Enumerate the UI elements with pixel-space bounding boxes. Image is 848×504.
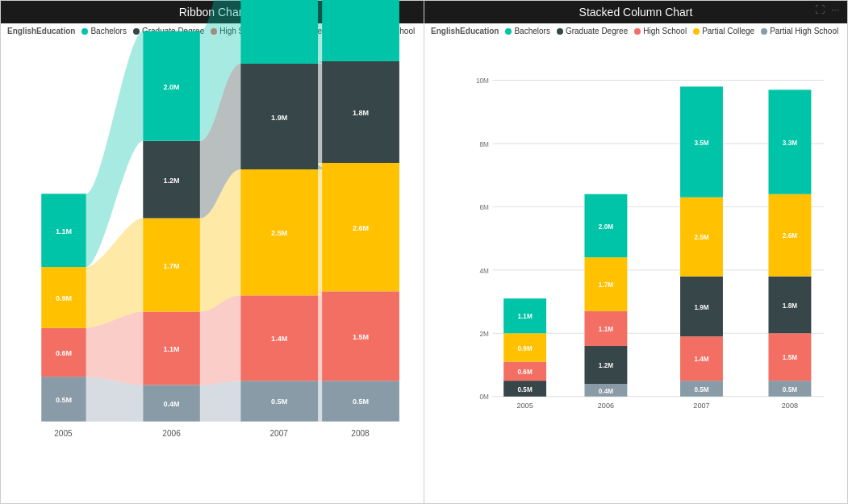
- svg-text:0.9M: 0.9M: [518, 345, 533, 352]
- stacked-bachelors-dot: [505, 28, 512, 35]
- svg-text:2005: 2005: [516, 402, 533, 410]
- svg-text:2.0M: 2.0M: [599, 223, 613, 231]
- svg-text:0.4M: 0.4M: [164, 400, 180, 408]
- svg-text:2.0M: 2.0M: [164, 83, 180, 91]
- ribbon-chart-panel: Ribbon Chart EnglishEducation Bachelors …: [0, 0, 424, 504]
- stacked-chart-area: 0M2M4M6M8M10M0.5M0.6M0.9M1.1M20050.4M1.2…: [424, 39, 847, 503]
- svg-text:1.1M: 1.1M: [164, 345, 180, 353]
- stacked-legend-highschool: High School: [634, 27, 687, 35]
- ribbon-legend-bachelors: Bachelors: [81, 27, 126, 35]
- svg-text:8M: 8M: [480, 141, 490, 148]
- svg-text:1.5M: 1.5M: [353, 333, 369, 341]
- svg-text:4M: 4M: [480, 268, 490, 275]
- svg-text:1.9M: 1.9M: [694, 304, 708, 311]
- svg-text:6M: 6M: [480, 204, 490, 211]
- svg-text:3.5M: 3.5M: [694, 140, 708, 147]
- svg-text:1.1M: 1.1M: [56, 227, 72, 235]
- ribbon-legend-bachelors-label: Bachelors: [90, 27, 126, 35]
- svg-text:2006: 2006: [598, 402, 614, 410]
- stacked-partialhighschool-dot: [761, 28, 767, 35]
- svg-text:1.7M: 1.7M: [599, 281, 613, 289]
- svg-text:1.9M: 1.9M: [271, 114, 287, 122]
- svg-text:0.6M: 0.6M: [518, 369, 533, 376]
- svg-text:0.5M: 0.5M: [518, 386, 533, 394]
- bachelors-dot: [81, 28, 88, 35]
- svg-text:2.6M: 2.6M: [353, 224, 369, 232]
- svg-text:1.8M: 1.8M: [353, 109, 369, 117]
- ribbon-legend-label: EnglishEducation: [7, 27, 75, 35]
- svg-text:1.2M: 1.2M: [164, 177, 180, 185]
- svg-text:10M: 10M: [476, 77, 489, 85]
- svg-text:2007: 2007: [269, 429, 288, 438]
- stacked-legend-bachelors: Bachelors: [505, 27, 549, 35]
- svg-text:2006: 2006: [162, 429, 181, 438]
- svg-text:1.2M: 1.2M: [599, 362, 613, 369]
- stacked-legend-partialcollege: Partial College: [693, 27, 754, 35]
- svg-text:0.4M: 0.4M: [599, 388, 613, 395]
- expand-icon[interactable]: ⛶: [815, 4, 825, 15]
- stacked-legend-partialcollege-label: Partial College: [702, 27, 754, 35]
- stacked-chart-title: Stacked Column Chart: [424, 1, 847, 23]
- stacked-legend-partialhighschool-label: Partial High School: [770, 27, 838, 35]
- svg-text:0.5M: 0.5M: [353, 398, 369, 406]
- stacked-legend-label: EnglishEducation: [431, 27, 499, 35]
- svg-text:1.1M: 1.1M: [518, 313, 533, 320]
- svg-text:2M: 2M: [480, 331, 490, 338]
- svg-text:1.8M: 1.8M: [783, 302, 797, 310]
- svg-text:0.9M: 0.9M: [56, 294, 72, 302]
- stacked-legend-graduate-label: Graduate Degree: [566, 27, 628, 35]
- svg-rect-26: [240, 0, 318, 64]
- stacked-legend-highschool-label: High School: [643, 27, 687, 35]
- svg-text:2008: 2008: [782, 402, 798, 410]
- svg-text:0M: 0M: [480, 394, 490, 401]
- svg-text:2.6M: 2.6M: [783, 232, 797, 240]
- svg-text:1.5M: 1.5M: [783, 354, 797, 361]
- stacked-highschool-dot: [634, 28, 641, 35]
- svg-text:0.5M: 0.5M: [56, 396, 72, 404]
- svg-text:2005: 2005: [54, 429, 73, 438]
- svg-text:0.5M: 0.5M: [694, 386, 708, 394]
- graduate-dot: [133, 28, 140, 35]
- stacked-legend-partialhighschool: Partial High School: [761, 27, 838, 35]
- stacked-chart-panel: ⛶ ··· Stacked Column Chart EnglishEducat…: [424, 0, 848, 504]
- svg-text:1.4M: 1.4M: [271, 335, 287, 343]
- svg-text:0.5M: 0.5M: [271, 398, 287, 406]
- stacked-chart-legend: EnglishEducation Bachelors Graduate Degr…: [424, 23, 847, 39]
- svg-text:3.3M: 3.3M: [783, 140, 797, 147]
- ribbon-chart-area: 0.5M0.6M0.9M1.1M0.4M1.1M1.7M1.2M2.0M0.5M…: [1, 39, 424, 503]
- svg-text:2007: 2007: [693, 402, 709, 410]
- svg-text:1.4M: 1.4M: [694, 356, 708, 363]
- svg-text:1.1M: 1.1M: [599, 326, 613, 333]
- stacked-graduate-dot: [557, 28, 563, 35]
- stacked-partialcollege-dot: [693, 28, 700, 35]
- svg-text:2008: 2008: [351, 429, 370, 438]
- svg-text:2.5M: 2.5M: [694, 234, 708, 241]
- more-icon[interactable]: ···: [831, 4, 839, 15]
- svg-text:0.5M: 0.5M: [783, 386, 797, 394]
- svg-text:2.5M: 2.5M: [271, 229, 287, 237]
- stacked-legend-graduate: Graduate Degree: [557, 27, 628, 35]
- svg-text:1.7M: 1.7M: [164, 262, 180, 270]
- svg-text:0.6M: 0.6M: [56, 349, 72, 357]
- svg-rect-36: [322, 0, 399, 61]
- stacked-legend-bachelors-label: Bachelors: [514, 27, 549, 35]
